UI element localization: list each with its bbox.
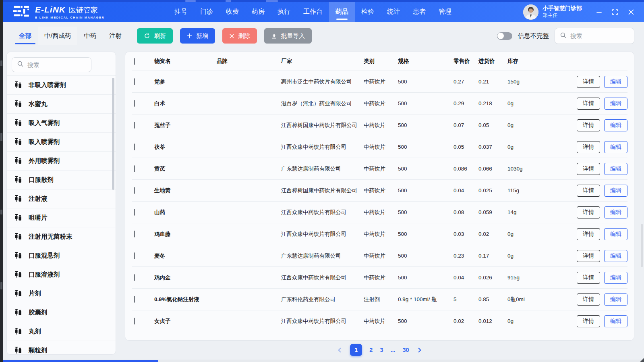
- sidebar-category-item[interactable]: 非吸入喷雾剂: [7, 75, 116, 94]
- close-window-icon[interactable]: [628, 9, 634, 15]
- sidebar-search-input[interactable]: [27, 62, 86, 68]
- detail-button[interactable]: 详情: [577, 185, 600, 197]
- detail-button[interactable]: 详情: [577, 98, 600, 110]
- row-checkbox[interactable]: [134, 252, 135, 259]
- maximize-icon[interactable]: [612, 9, 618, 15]
- edit-button[interactable]: 编辑: [604, 163, 627, 175]
- edit-button[interactable]: 编辑: [604, 185, 627, 197]
- sidebar-category-item[interactable]: 吸入气雾剂: [7, 113, 116, 132]
- cell-spec: 500: [398, 231, 453, 237]
- select-all-checkbox[interactable]: [134, 58, 135, 65]
- table-row: 黄芪广东慧达康制药有限公司中药饮片5000.0860.0661030g详情编辑: [132, 158, 627, 179]
- edit-button[interactable]: 编辑: [604, 206, 627, 218]
- edit-button[interactable]: 编辑: [604, 141, 627, 153]
- sidebar-category-item[interactable]: 口服溶液剂: [7, 265, 116, 284]
- window-scrollbar[interactable]: [641, 224, 643, 267]
- nav-item-drugs[interactable]: 药品: [329, 2, 355, 22]
- main-nav: 挂号门诊收费药房执行工作台药品检验统计患者管理: [168, 2, 458, 22]
- minimize-icon[interactable]: [596, 9, 602, 15]
- sidebar-category-item[interactable]: 胶囊剂: [7, 303, 116, 322]
- row-checkbox[interactable]: [134, 165, 135, 172]
- sidebar-category-item[interactable]: 外用喷雾剂: [7, 151, 116, 170]
- nav-item-outpatient[interactable]: 门诊: [194, 2, 219, 22]
- edit-button[interactable]: 编辑: [604, 293, 627, 306]
- sidebar-category-item[interactable]: 口服散剂: [7, 170, 116, 189]
- add-button[interactable]: 新增: [180, 28, 215, 44]
- detail-button[interactable]: 详情: [577, 315, 600, 327]
- detail-button[interactable]: 详情: [577, 206, 600, 218]
- cell-purchase: 0.218: [478, 100, 507, 106]
- sidebar-category-item[interactable]: 丸剂: [7, 322, 116, 341]
- row-checkbox[interactable]: [134, 231, 135, 237]
- batch-import-button[interactable]: 批量导入: [264, 28, 312, 44]
- sidebar-category-item[interactable]: 水蜜丸: [7, 94, 116, 113]
- cell-purchase: 0.066: [478, 166, 507, 172]
- detail-button[interactable]: 详情: [577, 76, 600, 88]
- nav-item-charge[interactable]: 收费: [219, 2, 245, 22]
- row-checkbox[interactable]: [134, 296, 135, 303]
- chevron-left-icon[interactable]: [337, 347, 343, 353]
- nav-item-registration[interactable]: 挂号: [168, 2, 194, 22]
- sidebar-category-item[interactable]: 片剂: [7, 284, 116, 303]
- sidebar-category-item[interactable]: 咀嚼片: [7, 208, 116, 227]
- incomplete-info-toggle[interactable]: [497, 32, 512, 40]
- row-checkbox[interactable]: [134, 209, 135, 216]
- tab-western[interactable]: 中/西成药: [38, 27, 77, 45]
- edit-button[interactable]: 编辑: [604, 272, 627, 284]
- detail-button[interactable]: 详情: [577, 250, 600, 262]
- edit-button[interactable]: 编辑: [604, 76, 627, 88]
- nav-item-statistics[interactable]: 统计: [381, 2, 406, 22]
- chevron-right-icon[interactable]: [416, 347, 422, 353]
- top-edge-strip: [0, 0, 644, 2]
- cell-purchase: 0.05: [478, 122, 507, 128]
- page-3-button[interactable]: 3: [380, 347, 383, 353]
- detail-button[interactable]: 详情: [577, 293, 600, 306]
- detail-button[interactable]: 详情: [577, 272, 600, 284]
- user-info[interactable]: 小手智慧门诊部 郑主任: [523, 4, 582, 20]
- table-search-input[interactable]: [570, 33, 629, 39]
- row-checkbox[interactable]: [134, 274, 135, 281]
- page-30-button[interactable]: 30: [403, 347, 409, 353]
- row-checkbox[interactable]: [134, 318, 135, 325]
- row-checkbox[interactable]: [134, 144, 135, 150]
- nav-item-execute[interactable]: 执行: [271, 2, 297, 22]
- nav-item-admin[interactable]: 管理: [432, 2, 458, 22]
- cell-manufacturer: 广东慧达康制药有限公司: [281, 165, 364, 173]
- nav-item-workbench[interactable]: 工作台: [297, 2, 329, 22]
- detail-button[interactable]: 详情: [577, 228, 600, 240]
- page-1-button[interactable]: 1: [350, 344, 362, 356]
- tab-all[interactable]: 全部: [12, 27, 38, 45]
- row-checkbox[interactable]: [134, 187, 135, 194]
- nav-item-pharmacy[interactable]: 药房: [245, 2, 271, 22]
- edit-button[interactable]: 编辑: [604, 119, 627, 131]
- sidebar-category-item[interactable]: 吸入喷雾剂: [7, 132, 116, 151]
- table-row: 鸡血藤江西众康中药饮片有限公司中药饮片5000.030.020g详情编辑: [132, 223, 627, 245]
- detail-button[interactable]: 详情: [577, 119, 600, 131]
- syringe-bottle-icon: [14, 195, 22, 203]
- nav-item-lab[interactable]: 检验: [355, 2, 381, 22]
- sidebar-scrollbar[interactable]: [112, 78, 114, 190]
- delete-button[interactable]: 删除: [222, 28, 257, 44]
- tab-injection[interactable]: 注射: [103, 27, 128, 45]
- edit-button[interactable]: 编辑: [604, 98, 627, 110]
- refresh-button[interactable]: 刷新: [137, 28, 173, 44]
- category-label: 吸入喷雾剂: [29, 138, 60, 146]
- row-checkbox[interactable]: [134, 78, 135, 85]
- sidebar-category-item[interactable]: 口服混悬剂: [7, 246, 116, 265]
- sidebar-category-item[interactable]: 注射用无菌粉末: [7, 227, 116, 246]
- row-checkbox[interactable]: [134, 100, 135, 107]
- edit-button[interactable]: 编辑: [604, 250, 627, 262]
- edit-button[interactable]: 编辑: [604, 228, 627, 240]
- page-2-button[interactable]: 2: [369, 347, 373, 353]
- sidebar-category-item[interactable]: 颗粒剂: [7, 341, 116, 355]
- tab-chinese[interactable]: 中药: [77, 27, 103, 45]
- detail-button[interactable]: 详情: [577, 141, 600, 153]
- row-checkbox[interactable]: [134, 122, 135, 129]
- category-list: 非吸入喷雾剂水蜜丸吸入气雾剂吸入喷雾剂外用喷雾剂口服散剂注射液咀嚼片注射用无菌粉…: [7, 75, 116, 355]
- sidebar-category-item[interactable]: 注射液: [7, 189, 116, 208]
- edit-button[interactable]: 编辑: [604, 315, 627, 327]
- detail-button[interactable]: 详情: [577, 163, 600, 175]
- category-label: 注射用无菌粉末: [29, 233, 72, 241]
- table-row: 女贞子江西众康中药饮片有限公司中药饮片5000.020.0120g详情编辑: [132, 310, 627, 332]
- nav-item-patients[interactable]: 患者: [406, 2, 432, 22]
